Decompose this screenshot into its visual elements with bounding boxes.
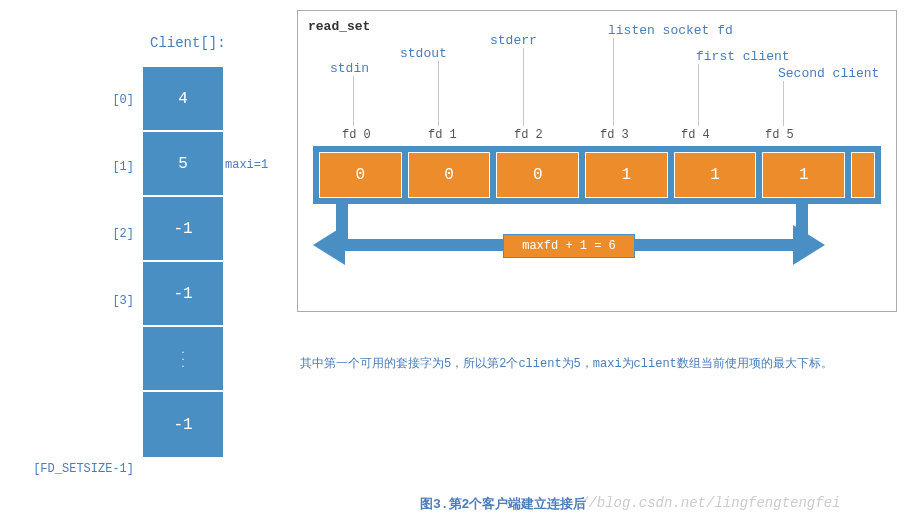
client-index-1: [1] — [14, 160, 134, 174]
fd-array: 0 0 0 1 1 1 — [313, 146, 881, 204]
arrow-right-head — [793, 225, 825, 265]
leader-line — [783, 81, 784, 126]
callout-first: first client — [696, 49, 790, 64]
callout-listen: listen socket fd — [608, 23, 733, 38]
callout-second: Second client — [778, 66, 879, 81]
figure-caption: 图3.第2个客户端建立连接后 — [420, 495, 586, 513]
fd-label: fd 2 — [514, 128, 543, 142]
callout-stdin: stdin — [330, 61, 369, 76]
client-index-2: [2] — [14, 227, 134, 241]
fd-label: fd 3 — [600, 128, 629, 142]
leader-line — [353, 76, 354, 126]
fd-cell-more — [851, 152, 875, 198]
fd-cell: 0 — [319, 152, 402, 198]
leader-line — [613, 38, 614, 126]
client-cell: 5 — [143, 132, 223, 197]
maxi-label: maxi=1 — [225, 158, 268, 172]
fd-label: fd 4 — [681, 128, 710, 142]
client-index-0: [0] — [14, 93, 134, 107]
leader-line — [698, 64, 699, 126]
fd-cell: 0 — [496, 152, 579, 198]
client-array-title: Client[]: — [150, 35, 226, 51]
fd-cell: 1 — [762, 152, 845, 198]
client-index-last: [FD_SETSIZE-1] — [14, 462, 134, 476]
fd-label: fd 1 — [428, 128, 457, 142]
explanation-text: 其中第一个可用的套接字为5，所以第2个client为5，maxi为client数… — [300, 355, 833, 372]
client-index-3: [3] — [14, 294, 134, 308]
client-cell: -1 — [143, 262, 223, 327]
client-array: 4 5 -1 -1 ... -1 — [141, 65, 225, 459]
client-cell: 4 — [143, 67, 223, 132]
maxfd-label: maxfd + 1 = 6 — [503, 234, 635, 258]
client-cell: -1 — [143, 197, 223, 262]
leader-line — [523, 48, 524, 126]
callout-stdout: stdout — [400, 46, 447, 61]
fd-label: fd 5 — [765, 128, 794, 142]
readset-panel: read_set stdin stdout stderr listen sock… — [297, 10, 897, 312]
client-cell-ellipsis: ... — [143, 327, 223, 392]
readset-title: read_set — [308, 19, 370, 34]
leader-line — [438, 61, 439, 126]
arrow-left-head — [313, 225, 345, 265]
fd-label: fd 0 — [342, 128, 371, 142]
client-cell: -1 — [143, 392, 223, 457]
callout-stderr: stderr — [490, 33, 537, 48]
watermark: //blog.csdn.net/lingfengtengfei — [580, 495, 840, 511]
fd-cell: 1 — [585, 152, 668, 198]
fd-cell: 1 — [674, 152, 757, 198]
fd-cell: 0 — [408, 152, 491, 198]
